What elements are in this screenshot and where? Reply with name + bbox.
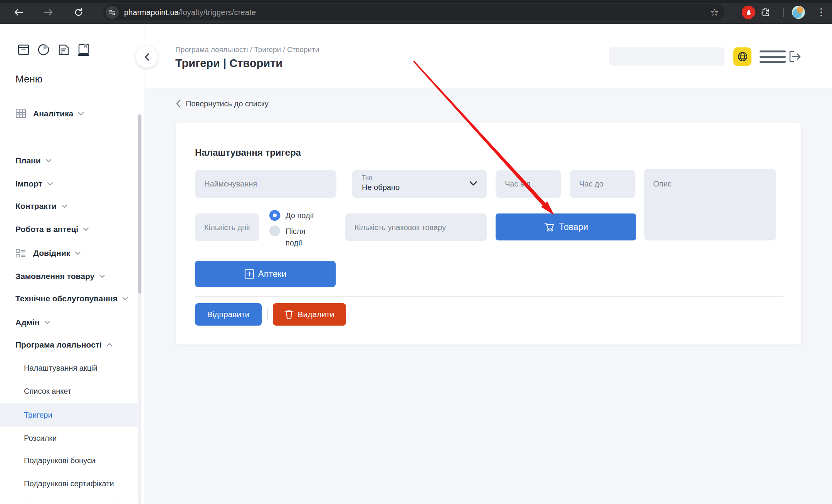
chevron-down-icon bbox=[44, 321, 50, 324]
url-host: pharmapoint.ua bbox=[124, 8, 179, 17]
sidebar-subitem-trygery[interactable]: Тригери bbox=[0, 407, 144, 423]
sidebar: Меню Аналітика Плани Імпорт Контракти Ро… bbox=[0, 24, 144, 504]
profile-avatar[interactable] bbox=[792, 6, 805, 19]
sidebar-item-programa-loyalnosti[interactable]: Програма лояльності bbox=[0, 336, 144, 353]
cart-icon bbox=[544, 222, 555, 232]
card-heading: Налаштування тригера bbox=[195, 147, 301, 158]
app-root: pharmapoint.ua/loyalty/triggers/create ☆… bbox=[0, 0, 832, 504]
sidebar-subitem-rozsylky[interactable]: Розсилки bbox=[0, 430, 144, 447]
radio-option-after[interactable]: Після події bbox=[269, 225, 316, 249]
sidebar-collapse-button[interactable] bbox=[136, 46, 158, 68]
chrome-menu-icon[interactable]: ⋮ bbox=[816, 5, 825, 19]
grid-table-icon bbox=[15, 109, 26, 119]
url-text: pharmapoint.ua/loyalty/triggers/create bbox=[124, 8, 256, 17]
chevron-down-icon bbox=[45, 159, 52, 163]
chevron-down-icon bbox=[122, 297, 128, 301]
button-separator bbox=[267, 309, 268, 320]
products-button[interactable]: Товари bbox=[496, 213, 636, 240]
sidebar-subitem-pidtverdzhennya[interactable]: Підтвердження списання бону... bbox=[0, 498, 144, 504]
header-search-box[interactable] bbox=[609, 47, 724, 66]
sidebar-subitem-spysok-anket[interactable]: Список анкет bbox=[0, 383, 144, 400]
back-to-list-link[interactable]: Повернутись до списку bbox=[175, 99, 269, 108]
url-path: /loyalty/triggers/create bbox=[179, 8, 256, 17]
sidebar-subitem-nalashtuvannya-akciy[interactable]: Налаштування акцій bbox=[0, 360, 144, 376]
address-bar[interactable]: pharmapoint.ua/loyalty/triggers/create ☆ bbox=[103, 4, 724, 20]
book-icon[interactable] bbox=[77, 42, 90, 59]
browser-reload-button[interactable] bbox=[72, 5, 86, 19]
page-title: Тригери | Створити bbox=[175, 57, 282, 70]
sidebar-item-robota-v-apteci[interactable]: Робота в аптеці bbox=[0, 221, 144, 238]
sidebar-item-kontrakty[interactable]: Контракти bbox=[0, 198, 144, 215]
plus-square-icon bbox=[244, 269, 254, 279]
chevron-up-icon bbox=[106, 343, 113, 347]
browser-toolbar: pharmapoint.ua/loyalty/triggers/create ☆… bbox=[0, 0, 832, 24]
sidebar-menu-title: Меню bbox=[15, 73, 42, 85]
sidebar-item-zamovlennya[interactable]: Замовлення товару bbox=[0, 268, 144, 285]
sidebar-item-import[interactable]: Імпорт bbox=[0, 175, 144, 192]
trash-icon bbox=[284, 309, 294, 319]
sidebar-scrollbar-thumb[interactable] bbox=[138, 114, 141, 294]
extensions-puzzle-icon[interactable] bbox=[758, 5, 772, 19]
sidebar-item-admin[interactable]: Адмін bbox=[0, 314, 144, 331]
sidebar-item-plany[interactable]: Плани bbox=[0, 152, 144, 169]
packages-count-input[interactable] bbox=[345, 213, 487, 241]
language-globe-button[interactable] bbox=[733, 47, 751, 66]
pharmacies-button[interactable]: Аптеки bbox=[195, 261, 336, 287]
window-top-edge bbox=[0, 0, 832, 3]
page-header: Програма лояльності / Тригери / Створити… bbox=[145, 24, 832, 88]
site-settings-icon[interactable] bbox=[106, 6, 119, 19]
time-from-input[interactable] bbox=[496, 170, 561, 198]
chevron-down-icon bbox=[469, 181, 477, 186]
card-divider bbox=[195, 296, 783, 297]
toolbar-separator bbox=[783, 8, 784, 17]
delete-button[interactable]: Видалити bbox=[273, 303, 346, 326]
type-select-value: Не обрано bbox=[362, 183, 400, 192]
main-content: Повернутись до списку Налаштування триге… bbox=[145, 88, 832, 504]
trigger-settings-card: Налаштування тригера Тип Не обрано До по… bbox=[175, 123, 802, 345]
type-select-label: Тип bbox=[362, 175, 372, 181]
chevron-left-icon bbox=[175, 99, 181, 108]
sidebar-item-tehnichne[interactable]: Технічне обслуговування bbox=[0, 290, 144, 307]
archive-box-icon[interactable] bbox=[17, 42, 30, 59]
radio-unselected-icon[interactable] bbox=[269, 225, 280, 236]
submit-button[interactable]: Відправити bbox=[195, 303, 262, 326]
sidebar-item-dovidnyk[interactable]: Довідник bbox=[0, 245, 144, 262]
sidebar-subitem-podarunkovi-sertyfikaty[interactable]: Подарункові сертифікати bbox=[0, 475, 144, 492]
chevron-left-icon bbox=[143, 53, 150, 61]
chevron-down-icon bbox=[61, 204, 67, 208]
chevron-down-icon bbox=[75, 251, 81, 255]
radio-selected-icon[interactable] bbox=[269, 210, 280, 221]
time-to-input[interactable] bbox=[570, 170, 635, 198]
sidebar-subitem-podarunkovi-bonusy[interactable]: Подарункові бонуси bbox=[0, 452, 144, 469]
list-details-icon bbox=[15, 248, 26, 258]
type-select[interactable]: Тип Не обрано bbox=[352, 170, 487, 198]
sidebar-item-analitika[interactable]: Аналітика bbox=[0, 105, 144, 122]
adblock-extension-icon[interactable] bbox=[742, 6, 755, 19]
globe-icon bbox=[737, 51, 748, 62]
chevron-down-icon bbox=[99, 274, 105, 278]
chevron-down-icon bbox=[78, 112, 84, 116]
logout-icon bbox=[787, 49, 802, 64]
pie-chart-icon[interactable] bbox=[37, 42, 51, 59]
browser-forward-button[interactable] bbox=[42, 5, 55, 19]
name-input[interactable] bbox=[195, 170, 336, 198]
event-timing-radio-group: До події Після події bbox=[269, 210, 316, 249]
logout-button[interactable] bbox=[787, 49, 803, 65]
radio-option-before[interactable]: До події bbox=[269, 210, 316, 221]
hamburger-menu-icon[interactable] bbox=[760, 50, 786, 63]
chevron-down-icon bbox=[47, 182, 53, 186]
description-textarea[interactable] bbox=[644, 169, 776, 240]
document-icon[interactable] bbox=[58, 42, 70, 59]
sidebar-quick-icons bbox=[17, 42, 90, 59]
days-count-input[interactable] bbox=[195, 213, 259, 241]
breadcrumb: Програма лояльності / Тригери / Створити bbox=[175, 45, 319, 54]
bookmark-star-icon[interactable]: ☆ bbox=[710, 6, 719, 19]
browser-back-button[interactable] bbox=[12, 5, 25, 19]
chevron-down-icon bbox=[83, 227, 89, 231]
